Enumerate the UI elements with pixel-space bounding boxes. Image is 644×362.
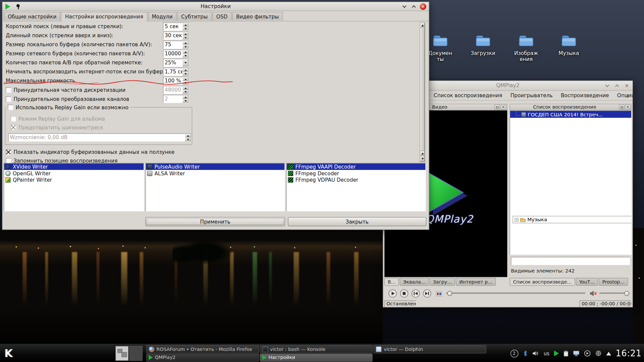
- tab-prostopleer[interactable]: Prostop…: [599, 278, 628, 286]
- tab-subtitles[interactable]: Субтитры: [177, 12, 212, 21]
- close-dock-icon[interactable]: ✕: [501, 105, 506, 110]
- scroll-up-icon[interactable]: [420, 151, 425, 156]
- expander-icon[interactable]: [515, 218, 518, 222]
- tab-youtube[interactable]: YouT…: [576, 278, 598, 286]
- max-volume-spinbox[interactable]: 100 %: [163, 77, 189, 85]
- local-buffer-spinbox[interactable]: 75: [163, 41, 189, 49]
- desktop-pager[interactable]: [115, 346, 143, 361]
- display-icon[interactable]: [573, 351, 580, 356]
- force-samplerate-spinbox[interactable]: 48000: [163, 86, 189, 94]
- maximize-button[interactable]: [410, 3, 417, 10]
- float-dock-icon[interactable]: [494, 105, 500, 110]
- playlist-group-row[interactable]: Музыка 24:17:42: [513, 216, 632, 223]
- tab-equalizer[interactable]: Эквала…: [400, 278, 429, 286]
- tab-playlist[interactable]: Список воспроизведе…: [510, 278, 575, 286]
- play-button[interactable]: [388, 289, 397, 298]
- bluetooth-icon[interactable]: [523, 350, 528, 357]
- list-item[interactable]: PulseAudio Writer: [146, 163, 285, 170]
- spin-down-icon[interactable]: [182, 90, 189, 94]
- backward-packets-combo[interactable]: 25%: [163, 59, 189, 67]
- list-item[interactable]: FFmpeg VDPAU Decoder: [287, 177, 426, 183]
- desktop-icon-documents[interactable]: Документы: [425, 35, 456, 62]
- stop-button[interactable]: [399, 289, 409, 298]
- list-item[interactable]: OpenGL Writer: [4, 170, 144, 177]
- tab-playback[interactable]: Настройки воспроизведения: [61, 12, 147, 21]
- tab-internet-radio[interactable]: Интернет р…: [456, 278, 496, 286]
- spin-up-icon[interactable]: [182, 68, 189, 72]
- spin-down-icon[interactable]: [182, 36, 189, 40]
- seek-handle[interactable]: [447, 291, 452, 296]
- list-item[interactable]: FFmpeg Decoder: [287, 170, 426, 177]
- badge-icon[interactable]: 2: [510, 350, 518, 357]
- tab-video[interactable]: В…: [384, 278, 399, 286]
- kde-menu-button[interactable]: K: [0, 344, 17, 362]
- tab-video-filters[interactable]: Видео фильтры: [232, 12, 283, 21]
- scrollbar-thumb[interactable]: [420, 28, 425, 151]
- list-item[interactable]: QPainter Writer: [4, 177, 144, 183]
- mute-icon[interactable]: [590, 290, 597, 297]
- desktop-icon-pictures[interactable]: Изображения: [511, 35, 542, 62]
- pager-desktop-1[interactable]: [115, 346, 128, 361]
- force-channels-spinbox[interactable]: 2: [163, 95, 189, 103]
- task-qmplay2[interactable]: QMPlay2: [146, 354, 259, 362]
- menu-overflow-button[interactable]: »: [626, 93, 629, 99]
- long-seek-spinbox[interactable]: 30 сек: [163, 32, 189, 40]
- task-konsole[interactable]: victor : bash — Konsole: [260, 345, 373, 353]
- spin-up-icon[interactable]: [182, 77, 189, 81]
- spin-up-icon[interactable]: [182, 41, 189, 45]
- panel-expand-icon[interactable]: [606, 352, 611, 355]
- close-button[interactable]: ✕: [420, 3, 426, 10]
- tab-osd[interactable]: OSD: [212, 12, 232, 21]
- task-firefox[interactable]: ROSAForum • Ответить - Mozilla Firefox: [146, 345, 259, 353]
- tab-general[interactable]: Общие настройки: [4, 12, 61, 21]
- seek-slider[interactable]: [446, 290, 586, 297]
- replaygain-album-checkbox[interactable]: [11, 116, 16, 121]
- previous-button[interactable]: [411, 289, 420, 298]
- playlist-item[interactable]: ГОСДЕП США 2014! Встреч…: [510, 111, 631, 118]
- clipboard-icon[interactable]: [564, 350, 569, 356]
- keyboard-layout-indicator[interactable]: us: [544, 350, 550, 356]
- internet-buffer-spinbox[interactable]: 1,75 сек: [163, 68, 189, 76]
- show-buffered-checkbox[interactable]: [6, 149, 11, 155]
- apply-button[interactable]: Применить: [145, 217, 285, 226]
- spin-down-icon[interactable]: [182, 45, 189, 48]
- desktop-icon-downloads[interactable]: Загрузки: [467, 35, 498, 56]
- spin-up-icon[interactable]: [182, 32, 189, 36]
- playlist-filter-input[interactable]: [511, 257, 630, 265]
- media-player-icon[interactable]: [584, 350, 591, 357]
- ab-repeat-icon[interactable]: [436, 291, 442, 296]
- close-button[interactable]: ✕: [624, 82, 630, 89]
- settings-scrollbar[interactable]: [420, 22, 425, 162]
- remember-position-checkbox[interactable]: [6, 158, 11, 163]
- spin-down-icon[interactable]: [185, 137, 191, 141]
- list-item[interactable]: XVideo Writer: [4, 163, 144, 170]
- tab-modules[interactable]: Модули: [148, 12, 176, 21]
- spin-down-icon[interactable]: [182, 54, 189, 57]
- replaygain-noise-checkbox[interactable]: [11, 125, 16, 130]
- force-channels-checkbox[interactable]: [6, 96, 11, 102]
- replaygain-checkbox[interactable]: [8, 105, 13, 110]
- network-buffer-spinbox[interactable]: 10000: [163, 50, 189, 58]
- short-seek-spinbox[interactable]: 5 сек: [163, 22, 189, 31]
- spin-up-icon[interactable]: [182, 23, 189, 27]
- close-dock-icon[interactable]: ✕: [625, 105, 631, 110]
- shade-button[interactable]: [604, 82, 610, 89]
- force-samplerate-checkbox[interactable]: [6, 87, 11, 93]
- menu-player[interactable]: Проигрыватель: [511, 93, 553, 99]
- desktop-icon-music[interactable]: Музыка: [553, 35, 584, 56]
- menu-playback[interactable]: Воспроизведение: [561, 93, 609, 99]
- list-item[interactable]: FFmpeg VAAPI Decoder: [287, 163, 426, 170]
- next-button[interactable]: [423, 289, 432, 298]
- spin-down-icon[interactable]: [182, 81, 189, 84]
- scroll-up-icon[interactable]: [420, 23, 425, 28]
- clock[interactable]: 16:21: [615, 349, 641, 358]
- audio-writers-list[interactable]: PulseAudio Writer ALSA Writer: [145, 163, 285, 211]
- spin-up-icon[interactable]: [182, 86, 189, 90]
- network-icon[interactable]: [595, 351, 602, 356]
- volume-handle[interactable]: [624, 291, 629, 296]
- maximize-button[interactable]: [613, 82, 620, 89]
- close-dialog-button[interactable]: Закрыть: [288, 217, 426, 226]
- menu-options[interactable]: Опции: [617, 93, 633, 99]
- shade-button[interactable]: [401, 3, 408, 10]
- menu-playlist[interactable]: Список воспроизведения: [434, 93, 502, 99]
